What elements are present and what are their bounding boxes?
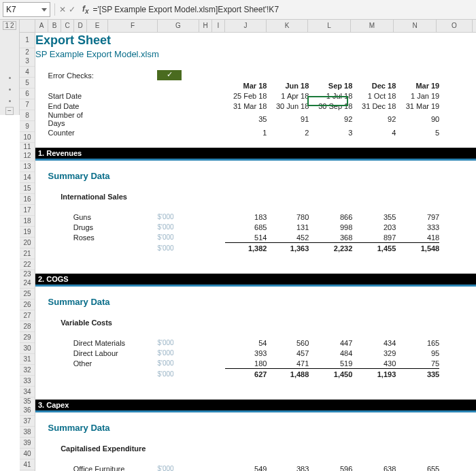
dropdown-icon[interactable] bbox=[41, 8, 47, 12]
period-cell[interactable]: 31 Dec 18 bbox=[352, 101, 396, 111]
col-header[interactable]: N bbox=[394, 20, 437, 32]
period-cell[interactable]: 30 Sep 18 bbox=[309, 101, 352, 111]
fx-icon[interactable]: fx bbox=[82, 4, 89, 15]
value-cell[interactable]: 333 bbox=[396, 222, 439, 232]
col-header[interactable]: G bbox=[158, 20, 199, 32]
name-box[interactable]: K7 bbox=[3, 2, 50, 17]
row-header[interactable]: 7 bbox=[20, 99, 35, 110]
row-header[interactable]: 30 bbox=[20, 343, 35, 354]
value-cell[interactable]: 1,382 bbox=[225, 242, 267, 253]
row-header[interactable]: 35 bbox=[20, 397, 35, 405]
row-header[interactable]: 14 bbox=[20, 172, 35, 183]
row-header[interactable]: 33 bbox=[20, 376, 35, 387]
confirm-icon[interactable]: ✓ bbox=[69, 5, 75, 14]
period-cell[interactable]: 30 Jun 18 bbox=[267, 101, 309, 111]
row-header[interactable]: 17 bbox=[20, 205, 35, 216]
row-header[interactable]: 32 bbox=[20, 365, 35, 376]
row-header[interactable]: 28 bbox=[20, 321, 35, 332]
row-header[interactable]: 4 bbox=[20, 67, 35, 78]
period-cell[interactable]: 31 Mar 18 bbox=[225, 101, 267, 111]
period-cell[interactable]: 4 bbox=[352, 127, 396, 137]
value-cell[interactable]: 866 bbox=[309, 212, 352, 222]
value-cell[interactable]: 685 bbox=[225, 222, 267, 232]
value-cell[interactable]: 452 bbox=[267, 232, 309, 242]
row-header[interactable]: 23 bbox=[20, 270, 35, 278]
period-cell[interactable]: 1 Jul 18 bbox=[309, 91, 352, 101]
col-header[interactable]: C bbox=[61, 20, 74, 32]
value-cell[interactable]: 355 bbox=[352, 212, 396, 222]
row-header[interactable]: 21 bbox=[20, 248, 35, 259]
col-header[interactable]: L bbox=[308, 20, 351, 32]
row-header[interactable]: 40 bbox=[20, 449, 35, 459]
period-cell[interactable]: Mar 19 bbox=[396, 80, 439, 91]
col-header[interactable]: A bbox=[35, 20, 48, 32]
period-cell[interactable]: 92 bbox=[352, 111, 396, 127]
value-cell[interactable]: 54 bbox=[225, 338, 267, 348]
row-header[interactable]: 36 bbox=[20, 405, 35, 416]
period-cell[interactable]: 25 Feb 18 bbox=[225, 91, 267, 101]
formula-text[interactable]: ='[SP Example Export Model.xlsm]Export S… bbox=[93, 5, 473, 14]
row-header[interactable]: 18 bbox=[20, 216, 35, 227]
row-header[interactable]: 26 bbox=[20, 299, 35, 310]
value-cell[interactable]: 131 bbox=[267, 222, 309, 232]
period-cell[interactable]: 1 bbox=[225, 127, 267, 137]
row-header[interactable]: 16 bbox=[20, 194, 35, 205]
col-header[interactable]: M bbox=[351, 20, 394, 32]
value-cell[interactable]: 897 bbox=[352, 232, 396, 242]
row-header[interactable]: 9 bbox=[20, 121, 35, 132]
col-header[interactable]: I bbox=[212, 20, 225, 32]
value-cell[interactable]: 1,488 bbox=[267, 368, 309, 379]
value-cell[interactable]: 998 bbox=[309, 222, 352, 232]
cells[interactable]: Export SheetSP Example Export Model.xlsm… bbox=[35, 33, 476, 471]
value-cell[interactable]: 627 bbox=[225, 368, 267, 379]
col-header[interactable]: J bbox=[225, 20, 267, 32]
period-cell[interactable]: Jun 18 bbox=[267, 80, 309, 91]
row-header[interactable]: 20 bbox=[20, 238, 35, 248]
row-header[interactable]: 22 bbox=[20, 259, 35, 270]
row-header[interactable]: 8 bbox=[20, 110, 35, 121]
period-cell[interactable]: 90 bbox=[396, 111, 439, 127]
value-cell[interactable]: 457 bbox=[267, 348, 309, 358]
value-cell[interactable]: 1,363 bbox=[267, 242, 309, 253]
value-cell[interactable]: 165 bbox=[396, 338, 439, 348]
row-header[interactable]: 24 bbox=[20, 278, 35, 289]
row-header[interactable]: 5 bbox=[20, 78, 35, 88]
row-header[interactable]: 39 bbox=[20, 438, 35, 449]
row-header[interactable]: 13 bbox=[20, 161, 35, 172]
cancel-icon[interactable]: ✕ bbox=[59, 5, 66, 14]
period-cell[interactable]: 3 bbox=[309, 127, 352, 137]
value-cell[interactable]: 335 bbox=[396, 368, 439, 379]
row-header[interactable]: 15 bbox=[20, 183, 35, 194]
row-header[interactable]: 12 bbox=[20, 150, 35, 161]
period-cell[interactable]: Dec 18 bbox=[352, 80, 396, 91]
value-cell[interactable]: 549 bbox=[225, 464, 267, 471]
period-cell[interactable]: 1 Oct 18 bbox=[352, 91, 396, 101]
row-header[interactable]: 2 bbox=[20, 48, 35, 56]
period-cell[interactable]: 1 Apr 18 bbox=[267, 91, 309, 101]
row-header[interactable]: 37 bbox=[20, 416, 35, 427]
period-cell[interactable]: 1 Jan 19 bbox=[396, 91, 439, 101]
period-cell[interactable]: Sep 18 bbox=[309, 80, 352, 91]
value-cell[interactable]: 434 bbox=[352, 338, 396, 348]
row-header[interactable]: 27 bbox=[20, 310, 35, 321]
period-cell[interactable]: 35 bbox=[225, 111, 267, 127]
col-header[interactable] bbox=[20, 20, 35, 32]
period-cell[interactable]: 31 Mar 19 bbox=[396, 101, 439, 111]
col-header[interactable]: D bbox=[74, 20, 87, 32]
value-cell[interactable]: 180 bbox=[225, 358, 267, 368]
value-cell[interactable]: 484 bbox=[309, 348, 352, 358]
value-cell[interactable]: 183 bbox=[225, 212, 267, 222]
value-cell[interactable]: 418 bbox=[396, 232, 439, 242]
value-cell[interactable]: 1,450 bbox=[309, 368, 352, 379]
period-cell[interactable]: Mar 18 bbox=[225, 80, 267, 91]
value-cell[interactable]: 430 bbox=[352, 358, 396, 368]
period-cell[interactable]: 2 bbox=[267, 127, 309, 137]
value-cell[interactable]: 368 bbox=[309, 232, 352, 242]
row-header[interactable]: 1 bbox=[20, 33, 35, 48]
value-cell[interactable]: 447 bbox=[309, 338, 352, 348]
value-cell[interactable]: 95 bbox=[396, 348, 439, 358]
value-cell[interactable]: 1,455 bbox=[352, 242, 396, 253]
period-cell[interactable]: 5 bbox=[396, 127, 439, 137]
value-cell[interactable]: 519 bbox=[309, 358, 352, 368]
value-cell[interactable]: 797 bbox=[396, 212, 439, 222]
